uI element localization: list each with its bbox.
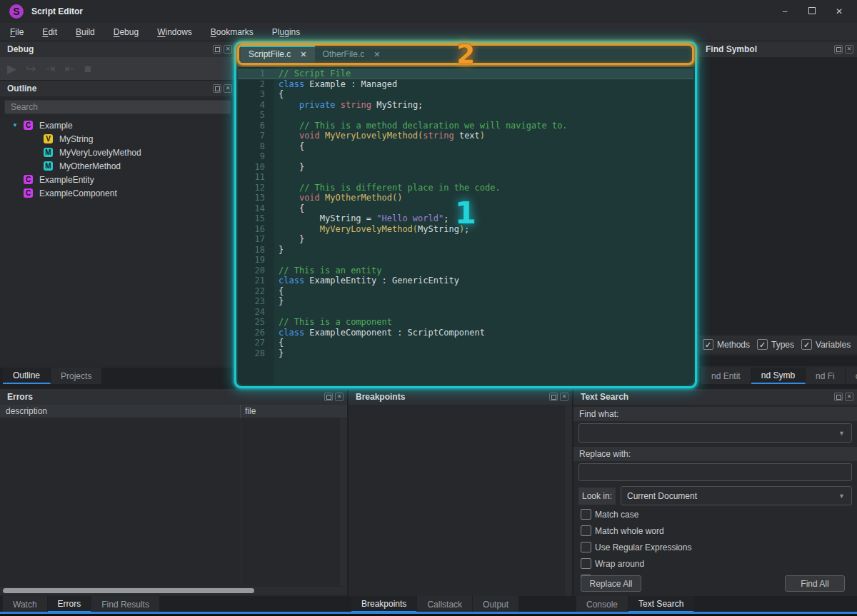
close-panel-icon[interactable]: ✕ (224, 84, 232, 93)
checkbox-types[interactable]: ✓Types (757, 339, 794, 350)
outline-panel-title: Outline (7, 84, 213, 94)
close-panel-icon[interactable]: ✕ (845, 393, 853, 401)
errors-column-header: description file (0, 405, 347, 418)
tab-nd-symb[interactable]: nd Symb (751, 368, 806, 384)
code-text: } (274, 162, 304, 173)
code-text: { (274, 338, 284, 348)
close-panel-icon[interactable]: ✕ (845, 45, 853, 54)
find-symbol-input-strip[interactable] (698, 355, 857, 366)
checkbox-label: Wrap around (595, 559, 644, 569)
outline-item-examplecomponent[interactable]: CExampleComponent (0, 186, 236, 200)
menu-bookmarks[interactable]: Bookmarks (211, 27, 254, 37)
float-panel-icon[interactable] (324, 393, 333, 401)
code-text: { (274, 286, 284, 297)
close-panel-icon[interactable]: ✕ (335, 393, 344, 401)
checkbox-match-case[interactable]: Match case (581, 509, 691, 520)
tab-projects[interactable]: Projects (51, 368, 102, 384)
tab-callstack[interactable]: Callstack (417, 596, 473, 612)
expand-arrow-icon[interactable]: ▼ (12, 122, 18, 128)
replace-all-button[interactable]: Replace All (581, 575, 641, 592)
outline-item-myverylovelymethod[interactable]: MMyVeryLovelyMethod (0, 146, 236, 159)
scrollbar-thumb[interactable] (3, 588, 254, 593)
minimize-button[interactable]: – (780, 6, 790, 16)
line-number: 8 (238, 141, 274, 152)
tab-output[interactable]: Output (473, 596, 519, 612)
outline-item-exampleentity[interactable]: CExampleEntity (0, 173, 236, 186)
float-panel-icon[interactable] (213, 84, 221, 93)
tab-console[interactable]: Console (576, 596, 628, 612)
code-text: // Script File (274, 69, 351, 79)
outline-panel-header: Outline ✕ (0, 81, 236, 96)
checkbox-use-regular-expressions[interactable]: Use Regular Expressions (581, 542, 691, 552)
checkbox-label: Variables (816, 340, 851, 350)
find-what-combo[interactable]: ▼ (578, 423, 852, 443)
window-title: Script Editor (31, 6, 83, 16)
checkbox-icon: ✓ (757, 339, 768, 350)
float-panel-icon[interactable] (834, 45, 843, 54)
line-number: 2 (238, 79, 274, 90)
line-number: 22 (238, 286, 274, 297)
replace-with-input[interactable] (578, 463, 852, 481)
debug-toolbar: ▶↪⇥⇤■ (0, 57, 236, 80)
errors-horizontal-scrollbar[interactable] (0, 587, 347, 595)
code-text: class ExampleComponent : ScriptComponent (274, 328, 485, 338)
close-panel-icon[interactable]: ✕ (224, 45, 232, 54)
code-text (274, 307, 279, 318)
menu-debug[interactable]: Debug (114, 27, 139, 37)
checkbox-methods[interactable]: ✓Methods (703, 339, 750, 350)
checkbox-wrap-around[interactable]: Wrap around (581, 558, 691, 569)
line-number: 11 (238, 172, 274, 183)
outline-item-label: Example (39, 121, 73, 131)
tab-breakpoints[interactable]: Breakpoints (351, 596, 417, 612)
tab-nd-entit[interactable]: nd Entit (701, 368, 751, 384)
tab-ookmark[interactable]: ookmark (846, 368, 857, 384)
stop-icon[interactable]: ■ (84, 63, 91, 75)
close-button[interactable]: ✕ (834, 6, 844, 16)
debug-panel-header: Debug ✕ (0, 41, 236, 57)
checkbox-variables[interactable]: ✓Variables (801, 339, 851, 350)
tab-text-search[interactable]: Text Search (628, 596, 694, 612)
column-description[interactable]: description (0, 405, 241, 418)
tab-find-results[interactable]: Find Results (91, 596, 160, 612)
outline-item-example[interactable]: ▼CExample (0, 118, 236, 132)
float-panel-icon[interactable] (834, 393, 843, 401)
tab-watch[interactable]: Watch (3, 596, 48, 612)
tab-errors[interactable]: Errors (48, 596, 92, 612)
outline-search-input[interactable] (4, 100, 231, 114)
breakpoints-panel: Breakpoints ✕ BreakpointsCallstackOutput (349, 389, 572, 612)
annotation-number-2: 2 (236, 39, 695, 70)
step-into-icon[interactable]: ⇥ (45, 63, 55, 75)
tab-nd-fi[interactable]: nd Fi (806, 368, 846, 384)
breakpoints-vertical-scrollbar[interactable] (565, 405, 572, 595)
code-text: private string MyString; (274, 100, 423, 111)
run-to-cursor-icon[interactable]: ↪ (26, 63, 36, 75)
step-out-icon[interactable]: ⇤ (65, 63, 75, 75)
float-panel-icon[interactable] (213, 45, 221, 54)
outline-item-mystring[interactable]: VMyString (0, 132, 236, 146)
find-symbol-panel-header: Find Symbol ✕ (698, 41, 857, 57)
checkbox-icon (581, 525, 591, 536)
line-number: 21 (238, 276, 274, 286)
tab-outline[interactable]: Outline (3, 368, 51, 384)
errors-vertical-scrollbar[interactable] (340, 418, 347, 586)
outline-item-myothermethod[interactable]: MMyOtherMethod (0, 159, 236, 173)
menu-windows[interactable]: Windows (157, 27, 192, 37)
float-panel-icon[interactable] (549, 393, 558, 401)
look-in-combo[interactable]: Current Document ▼ (621, 486, 852, 505)
menu-edit[interactable]: Edit (42, 27, 57, 37)
column-file[interactable]: file (241, 406, 256, 416)
class-badge-icon: C (24, 175, 33, 184)
menu-file[interactable]: File (10, 27, 24, 37)
menu-build[interactable]: Build (76, 27, 95, 37)
code-text: MyString = "Hello world"; (274, 213, 448, 224)
close-panel-icon[interactable]: ✕ (560, 393, 568, 401)
find-all-button[interactable]: Find All (785, 575, 845, 592)
code-text: } (274, 296, 284, 307)
checkbox-match-whole-word[interactable]: Match whole word (581, 525, 691, 536)
breakpoints-panel-header: Breakpoints ✕ (349, 389, 572, 405)
menu-plugins[interactable]: Plugins (272, 27, 300, 37)
line-number: 26 (238, 328, 274, 338)
play-icon[interactable]: ▶ (7, 63, 16, 75)
maximize-button[interactable] (807, 6, 817, 16)
checkbox-icon (581, 509, 591, 520)
